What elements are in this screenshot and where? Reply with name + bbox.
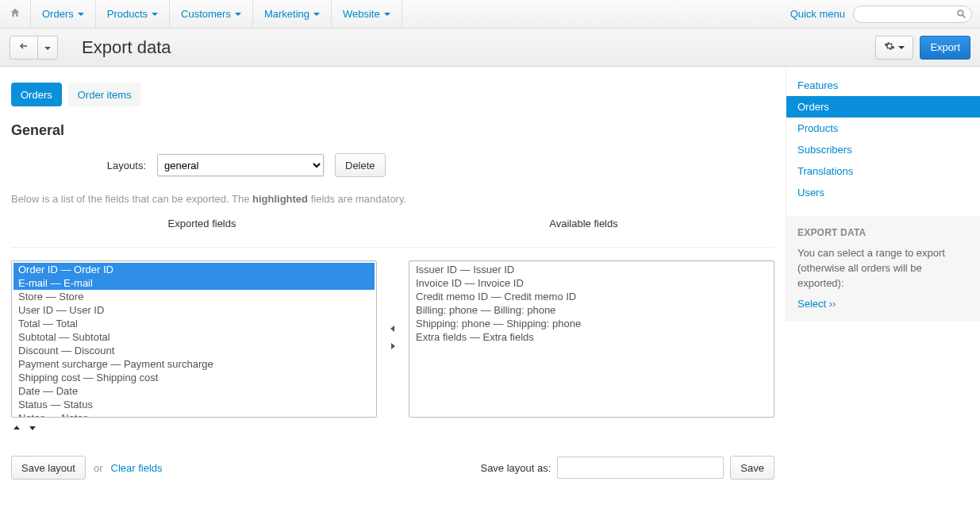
nav-item-products[interactable]: Products: [96, 0, 170, 28]
sidebar-select-range-link[interactable]: Select ››: [797, 298, 836, 310]
reorder-controls: [11, 422, 774, 435]
tab-order-items[interactable]: Order items: [68, 83, 141, 106]
help-text: Below is a list of the fields that can b…: [11, 193, 774, 205]
caret-down-icon: [898, 46, 905, 49]
sidebar-block-title: EXPORT DATA: [797, 227, 969, 238]
dual-list-headers: Exported fields Available fields: [11, 213, 774, 242]
nav-item-label: Orders: [42, 8, 74, 20]
sidebar-block-text: You can select a range to export (otherw…: [797, 246, 969, 291]
layouts-row: Layouts: general Delete: [11, 153, 774, 177]
sidebar-item-features[interactable]: Features: [786, 75, 980, 96]
list-item[interactable]: Order ID — Order ID: [13, 263, 375, 276]
list-item[interactable]: Payment surcharge — Payment surcharge: [13, 357, 375, 371]
caret-down-icon: [384, 13, 390, 16]
section-heading-general: General: [11, 122, 774, 139]
caret-down-icon: [44, 47, 51, 50]
list-item[interactable]: Invoice ID — Invoice ID: [411, 276, 772, 290]
divider: [11, 247, 774, 248]
save-layout-as-label: Save layout as:: [480, 462, 551, 474]
sidebar: FeaturesOrdersProductsSubscribersTransla…: [786, 67, 980, 321]
global-search: [853, 6, 972, 23]
top-nav: Orders Products Customers Marketing Webs…: [0, 0, 980, 29]
tab-orders[interactable]: Orders: [11, 83, 62, 106]
footer-controls: Save layout or Clear fields Save layout …: [11, 456, 774, 480]
list-item[interactable]: User ID — User ID: [13, 303, 375, 317]
layouts-label: Layouts:: [11, 160, 146, 171]
list-item[interactable]: Status — Status: [13, 398, 375, 411]
exported-fields-header: Exported fields: [11, 213, 393, 242]
top-nav-right: Quick menu: [782, 0, 980, 28]
settings-dropdown-button[interactable]: [875, 36, 913, 60]
main-content: Orders Order items General Layouts: gene…: [0, 67, 786, 503]
gear-icon: [884, 40, 895, 54]
sidebar-nav: FeaturesOrdersProductsSubscribersTransla…: [786, 75, 980, 203]
export-button[interactable]: Export: [920, 36, 970, 60]
layouts-select[interactable]: general: [157, 154, 324, 176]
sidebar-item-products[interactable]: Products: [786, 118, 980, 139]
list-item[interactable]: Billing: phone — Billing: phone: [411, 303, 772, 317]
list-item[interactable]: Store — Store: [13, 290, 375, 303]
list-item[interactable]: Notes — Notes: [13, 411, 375, 418]
list-item[interactable]: Extra fields — Extra fields: [411, 330, 772, 344]
caret-down-icon: [152, 13, 158, 16]
nav-item-label: Customers: [181, 8, 231, 20]
back-dropdown-button[interactable]: [38, 36, 58, 60]
caret-down-icon: [313, 13, 320, 16]
caret-down-icon: [78, 13, 84, 16]
list-item[interactable]: Date — Date: [13, 384, 375, 398]
move-left-button[interactable]: [388, 323, 398, 337]
available-fields-header: Available fields: [393, 213, 774, 242]
back-button[interactable]: [10, 36, 38, 60]
quick-menu-link[interactable]: Quick menu: [790, 8, 845, 20]
sidebar-export-block: EXPORT DATA You can select a range to ex…: [786, 216, 980, 321]
nav-item-label: Website: [343, 8, 380, 20]
delete-layout-button[interactable]: Delete: [335, 153, 386, 177]
nav-item-customers[interactable]: Customers: [170, 0, 253, 28]
caret-down-icon: [235, 13, 241, 16]
page-header: Export data Export: [0, 29, 980, 67]
list-item[interactable]: Shipping: phone — Shipping: phone: [411, 317, 772, 330]
home-icon: [10, 7, 21, 21]
clear-fields-link[interactable]: Clear fields: [111, 462, 163, 474]
save-layout-button[interactable]: Save layout: [11, 456, 86, 480]
exported-fields-list[interactable]: Order ID — Order IDE-mail — E-mailStore …: [11, 260, 377, 418]
nav-item-website[interactable]: Website: [332, 0, 402, 28]
list-item[interactable]: Issuer ID — Issuer ID: [411, 263, 772, 276]
nav-item-label: Marketing: [264, 8, 309, 20]
move-buttons: [377, 260, 409, 418]
sidebar-item-subscribers[interactable]: Subscribers: [786, 139, 980, 160]
list-item[interactable]: Shipping cost — Shipping cost: [13, 371, 375, 384]
dual-list: Order ID — Order IDE-mail — E-mailStore …: [11, 260, 774, 418]
tabs: Orders Order items: [11, 83, 774, 106]
move-up-button[interactable]: [11, 422, 22, 435]
move-right-button[interactable]: [388, 341, 398, 355]
list-item[interactable]: Discount — Discount: [13, 344, 375, 357]
back-button-group: [10, 36, 58, 60]
nav-item-label: Products: [107, 8, 148, 20]
sidebar-item-users[interactable]: Users: [786, 182, 980, 203]
page-title: Export data: [82, 37, 171, 58]
available-fields-list[interactable]: Issuer ID — Issuer IDInvoice ID — Invoic…: [409, 260, 774, 418]
top-nav-left: Orders Products Customers Marketing Webs…: [0, 0, 402, 28]
nav-home[interactable]: [0, 0, 31, 28]
sidebar-item-translations[interactable]: Translations: [786, 160, 980, 182]
sidebar-item-orders[interactable]: Orders: [786, 96, 980, 118]
list-item[interactable]: Credit memo ID — Credit memo ID: [411, 290, 772, 303]
global-search-input[interactable]: [853, 6, 972, 23]
nav-item-orders[interactable]: Orders: [31, 0, 96, 28]
save-layout-as-input[interactable]: [557, 457, 724, 479]
list-item[interactable]: Subtotal — Subtotal: [13, 330, 375, 344]
move-down-button[interactable]: [27, 422, 38, 435]
nav-item-marketing[interactable]: Marketing: [253, 0, 332, 28]
or-text: or: [94, 462, 103, 474]
arrow-left-icon: [18, 41, 29, 53]
save-button[interactable]: Save: [730, 456, 774, 480]
list-item[interactable]: E-mail — E-mail: [13, 276, 375, 290]
list-item[interactable]: Total — Total: [13, 317, 375, 330]
